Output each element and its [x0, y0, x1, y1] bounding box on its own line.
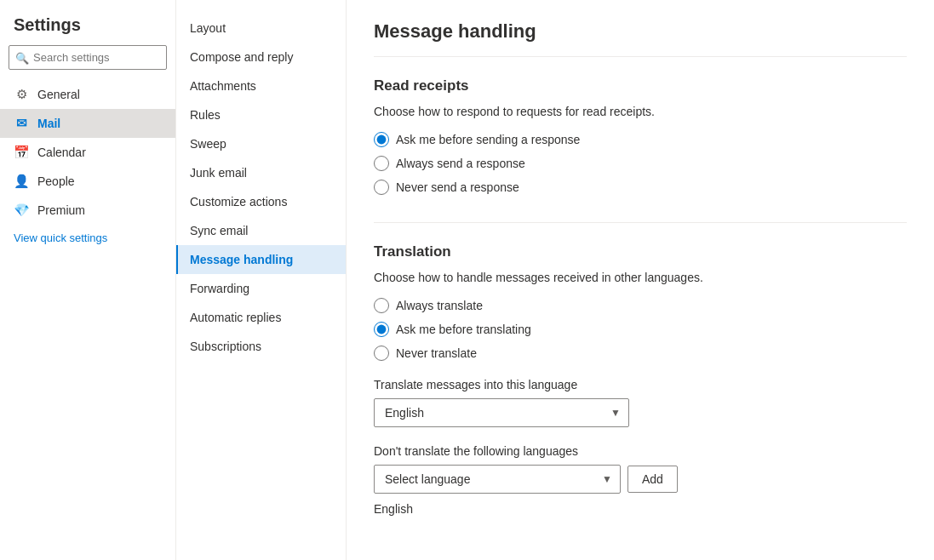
translation-options: Always translate Ask me before translati…: [374, 298, 907, 361]
radio-ask-me-translating-input[interactable]: [374, 322, 389, 337]
view-quick-settings-link[interactable]: View quick settings: [0, 225, 175, 251]
radio-always-send-label: Always send a response: [396, 157, 525, 170]
mid-nav-sweep[interactable]: Sweep: [176, 129, 346, 158]
app-title: Settings: [0, 0, 175, 45]
dont-translate-select-wrapper: Select language ▼: [374, 465, 621, 494]
radio-ask-me[interactable]: Ask me before sending a response: [374, 132, 907, 147]
sidebar: Settings 🔍 ⚙ General ✉ Mail 📅 Calendar 👤…: [0, 0, 176, 560]
search-icon: 🔍: [15, 51, 29, 64]
radio-never-translate-input[interactable]: [374, 346, 389, 361]
mid-nav-forwarding[interactable]: Forwarding: [176, 274, 346, 303]
translate-into-group: Translate messages into this language En…: [374, 378, 907, 427]
sidebar-item-mail[interactable]: ✉ Mail: [0, 109, 175, 138]
read-receipts-options: Ask me before sending a response Always …: [374, 132, 907, 195]
general-icon: ⚙: [14, 87, 29, 102]
read-receipts-section: Read receipts Choose how to respond to r…: [374, 77, 907, 195]
page-title: Message handling: [374, 20, 907, 57]
radio-never-translate-label: Never translate: [396, 346, 477, 360]
nav-section: ⚙ General ✉ Mail 📅 Calendar 👤 People 💎 P…: [0, 80, 175, 560]
radio-ask-me-translating-label: Ask me before translating: [396, 323, 531, 336]
mid-nav-automatic-replies[interactable]: Automatic replies: [176, 303, 346, 332]
translation-desc: Choose how to handle messages received i…: [374, 271, 907, 284]
calendar-icon: 📅: [14, 145, 29, 160]
mid-nav-layout[interactable]: Layout: [176, 14, 346, 43]
sidebar-item-calendar[interactable]: 📅 Calendar: [0, 138, 175, 167]
mid-nav-attachments[interactable]: Attachments: [176, 71, 346, 100]
mail-icon: ✉: [14, 116, 29, 131]
mid-nav-compose-reply[interactable]: Compose and reply: [176, 43, 346, 71]
section-divider: [374, 222, 907, 223]
read-receipts-desc: Choose how to respond to requests for re…: [374, 105, 907, 118]
search-settings-wrapper: 🔍: [9, 45, 167, 70]
radio-always-translate-label: Always translate: [396, 299, 483, 312]
radio-never-send-input[interactable]: [374, 180, 389, 195]
translation-section: Translation Choose how to handle message…: [374, 243, 907, 516]
radio-ask-me-translating[interactable]: Ask me before translating: [374, 322, 907, 337]
mid-nav-subscriptions[interactable]: Subscriptions: [176, 332, 346, 361]
read-receipts-title: Read receipts: [374, 77, 907, 94]
translate-into-select-wrapper: English ▼: [374, 398, 629, 427]
translate-into-label: Translate messages into this language: [374, 378, 907, 391]
radio-ask-me-label: Ask me before sending a response: [396, 133, 580, 146]
radio-never-send-label: Never send a response: [396, 180, 519, 194]
radio-ask-me-input[interactable]: [374, 132, 389, 147]
radio-never-translate[interactable]: Never translate: [374, 346, 907, 361]
radio-never-send[interactable]: Never send a response: [374, 180, 907, 195]
mid-nav-rules[interactable]: Rules: [176, 100, 346, 129]
dont-translate-group: Don't translate the following languages …: [374, 444, 907, 516]
radio-always-translate[interactable]: Always translate: [374, 298, 907, 313]
people-icon: 👤: [14, 174, 29, 189]
mid-nav-message-handling[interactable]: Message handling: [176, 245, 346, 274]
translate-into-select[interactable]: English: [374, 398, 629, 427]
mid-nav-customize-actions[interactable]: Customize actions: [176, 187, 346, 216]
radio-always-send[interactable]: Always send a response: [374, 156, 907, 171]
radio-always-send-input[interactable]: [374, 156, 389, 171]
translation-title: Translation: [374, 243, 907, 260]
dont-translate-select[interactable]: Select language: [374, 465, 621, 494]
dont-translate-label: Don't translate the following languages: [374, 444, 907, 458]
dont-translate-row: Select language ▼ Add: [374, 465, 907, 494]
sidebar-item-premium[interactable]: 💎 Premium: [0, 196, 175, 225]
main-content: Message handling Read receipts Choose ho…: [347, 0, 934, 560]
sidebar-item-general[interactable]: ⚙ General: [0, 80, 175, 109]
add-button[interactable]: Add: [627, 466, 678, 493]
added-language: English: [374, 502, 907, 516]
premium-icon: 💎: [14, 203, 29, 218]
mid-nav: Layout Compose and reply Attachments Rul…: [176, 0, 347, 560]
mid-nav-sync-email[interactable]: Sync email: [176, 216, 346, 245]
sidebar-item-people[interactable]: 👤 People: [0, 167, 175, 196]
mid-nav-junk-email[interactable]: Junk email: [176, 158, 346, 187]
search-input[interactable]: [9, 45, 167, 70]
radio-always-translate-input[interactable]: [374, 298, 389, 313]
